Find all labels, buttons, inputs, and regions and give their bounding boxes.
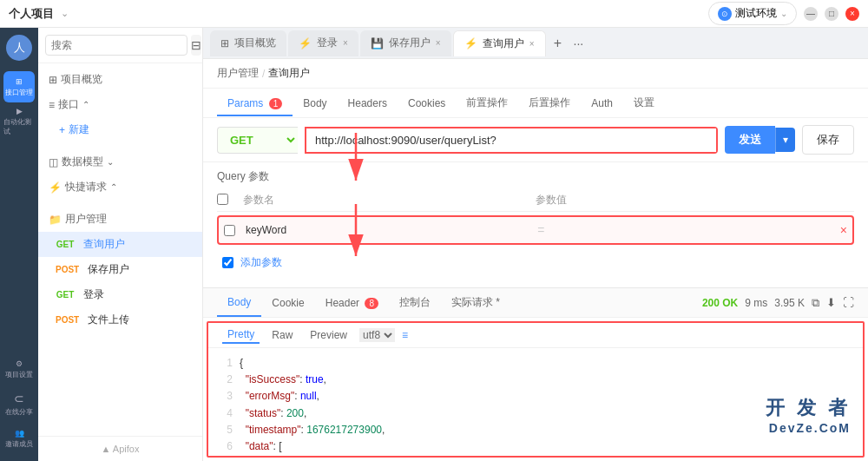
nav-item-datamodel[interactable]: ◫ 数据模型 ⌄: [38, 149, 202, 175]
param-check-add[interactable]: [222, 257, 233, 268]
autotest-icon: ▶: [16, 107, 23, 115]
copy-icon[interactable]: ⧉: [812, 296, 819, 310]
close-button[interactable]: ×: [845, 7, 859, 21]
param-value-keyword[interactable]: [552, 221, 840, 240]
titlebar-left: 个人项目 ⌄: [9, 6, 69, 22]
datamodel-label: 数据模型: [62, 155, 103, 169]
send-dropdown-button[interactable]: ▾: [775, 128, 795, 152]
format-preview[interactable]: Preview: [305, 327, 352, 343]
add-interface-label: 新建: [69, 122, 89, 137]
minimize-button[interactable]: —: [804, 7, 818, 21]
param-row-add: 添加参数: [217, 248, 854, 277]
line-num-3: 3: [215, 388, 233, 405]
tab-queryuser-close[interactable]: ×: [529, 39, 535, 49]
env-icon: ⊙: [718, 7, 732, 21]
nav-item-queryuser[interactable]: GET 查询用户: [38, 232, 202, 257]
sidebar-item-team[interactable]: 👥 邀请成员: [3, 423, 35, 454]
send-button[interactable]: 发送: [725, 126, 775, 154]
response-body-label: Body: [227, 296, 251, 308]
header-name-col: 参数名: [243, 193, 536, 207]
format-raw[interactable]: Raw: [266, 327, 298, 343]
tab-queryuser[interactable]: ⚡ 查询用户 ×: [453, 30, 546, 56]
filter-button[interactable]: ⊟: [191, 35, 201, 56]
download-icon[interactable]: ⬇: [826, 296, 836, 309]
format-icon: ≡: [402, 329, 408, 341]
param-tab-headers[interactable]: Headers: [338, 90, 398, 116]
param-tab-settings[interactable]: 设置: [623, 89, 665, 117]
param-delete-btn[interactable]: ×: [840, 223, 847, 237]
nav-sidebar: ⊟ + ⊞ 项目概览 ≡ 接口 ⌃ + 新建 ◫ 数据模型 ⌄: [38, 28, 203, 461]
nav-item-overview[interactable]: ⊞ 项目概览: [38, 67, 202, 92]
param-name-keyword[interactable]: [242, 221, 530, 240]
method-post-label-upload: POST: [52, 314, 82, 326]
params-table: 参数名 参数值 = × 添加参数: [217, 189, 854, 277]
maximize-button[interactable]: □: [825, 7, 838, 21]
header-check-all[interactable]: [217, 194, 228, 205]
nav-section-interface[interactable]: ≡ 接口 ⌃: [38, 92, 202, 117]
line-num-7: 7: [215, 455, 233, 456]
code-line-2: 2 "isSuccess": true,: [215, 372, 856, 388]
avatar[interactable]: 人: [6, 35, 32, 61]
search-input[interactable]: [45, 35, 187, 56]
tab-saveuser-close[interactable]: ×: [436, 38, 441, 48]
tab-overview[interactable]: ⊞ 项目概览: [210, 30, 286, 56]
status-ok: 200 OK: [702, 297, 738, 309]
fileupload-label: 文件上传: [88, 313, 129, 327]
param-tab-cookies[interactable]: Cookies: [398, 90, 456, 116]
expand-icon[interactable]: ⛶: [843, 296, 854, 309]
env-selector[interactable]: ⊙ 测试环境 ⌄: [708, 2, 797, 25]
tab-saveuser[interactable]: 💾 保存用户 ×: [360, 30, 451, 56]
breadcrumb-current: 查询用户: [268, 66, 310, 81]
response-tab-cookie[interactable]: Cookie: [261, 290, 314, 316]
response-tab-header[interactable]: Header 8: [315, 290, 389, 316]
tab-add-button[interactable]: +: [548, 33, 569, 54]
encoding-select[interactable]: utf8 gbk: [359, 328, 395, 342]
postrequest-tab-label: 后置操作: [529, 96, 570, 109]
tab-bar: ⊞ 项目概览 ⚡ 登录 × 💾 保存用户 × ⚡ 查询用户 × + ···: [203, 28, 868, 59]
response-tabs: Body Cookie Header 8 控制台 实际请求 * 200 OK: [203, 288, 868, 318]
response-header-badge: 8: [365, 298, 378, 309]
tab-more-button[interactable]: ···: [570, 33, 588, 54]
save-button[interactable]: 保存: [802, 125, 854, 155]
sidebar-item-settings[interactable]: ⚙ 项目设置: [3, 353, 35, 385]
response-tab-actual[interactable]: 实际请求 *: [441, 288, 510, 317]
sidebar-item-autotest[interactable]: ▶ 自动化测试: [3, 106, 35, 137]
sidebar-item-interface[interactable]: ⊞ 接口管理: [3, 71, 35, 102]
format-pretty[interactable]: Pretty: [222, 326, 260, 344]
param-tab-params[interactable]: Params 1: [217, 90, 293, 116]
add-param-button[interactable]: 添加参数: [240, 252, 282, 273]
url-input-wrap: [305, 127, 718, 154]
param-tab-prerequest[interactable]: 前置操作: [456, 89, 518, 117]
param-check-keyword[interactable]: [224, 225, 235, 236]
param-tab-postrequest[interactable]: 后置操作: [518, 89, 581, 117]
response-status: 200 OK 9 ms 3.95 K ⧉ ⬇ ⛶: [702, 296, 854, 310]
tab-login[interactable]: ⚡ 登录 ×: [288, 30, 358, 56]
url-input[interactable]: [306, 128, 716, 152]
nav-item-login[interactable]: GET 登录: [38, 282, 202, 307]
sidebar-item-share[interactable]: ⊂ 在线分享: [3, 388, 35, 419]
line-num-2: 2: [215, 372, 233, 388]
tab-login-close[interactable]: ×: [343, 38, 348, 48]
nav-folder-usermgmt[interactable]: 📁 用户管理: [38, 207, 202, 232]
response-tab-console[interactable]: 控制台: [389, 288, 441, 317]
params-header: 参数名 参数值: [217, 189, 854, 212]
overview-label: 项目概览: [61, 72, 102, 87]
param-tab-auth[interactable]: Auth: [581, 90, 623, 116]
nav-item-saveuser[interactable]: POST 保存用户: [38, 257, 202, 282]
response-body[interactable]: 1{ 2 "isSuccess": true, 3 "errorMsg": nu…: [208, 348, 863, 456]
line-content-6: "data": [: [240, 438, 282, 455]
nav-item-fileupload[interactable]: POST 文件上传: [38, 307, 202, 333]
response-tab-body[interactable]: Body: [217, 289, 261, 317]
line-content-4: "status": 200,: [240, 405, 306, 422]
nav-add-interface[interactable]: + 新建: [38, 117, 202, 142]
method-select[interactable]: GET POST PUT DELETE: [217, 127, 298, 154]
breadcrumb: 用户管理 / 查询用户: [203, 59, 868, 89]
nav-item-quickreq[interactable]: ⚡ 快捷请求 ⌃: [38, 175, 202, 200]
autotest-label: 自动化测试: [3, 117, 35, 136]
chevron-up-icon: ⌃: [110, 182, 117, 192]
response-actual-arrow: *: [496, 296, 500, 308]
query-params-section: Query 参数 参数名 参数值 =: [203, 162, 868, 287]
param-tab-body[interactable]: Body: [293, 90, 337, 116]
line-content-1: {: [240, 355, 243, 372]
main-content: ⊞ 项目概览 ⚡ 登录 × 💾 保存用户 × ⚡ 查询用户 × + ···: [203, 28, 868, 461]
